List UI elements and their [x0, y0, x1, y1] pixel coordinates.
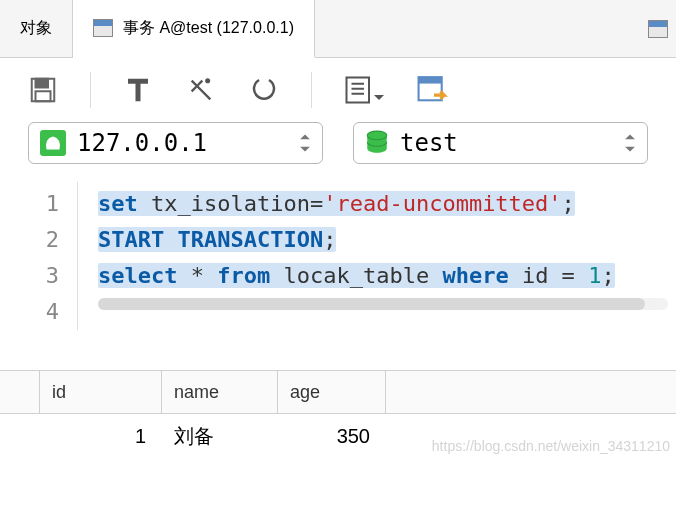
tab-bar: 对象 事务 A@test (127.0.0.1) — [0, 0, 676, 58]
code-line: START TRANSACTION; — [98, 222, 668, 258]
svg-point-3 — [206, 79, 209, 82]
export-button[interactable] — [416, 74, 452, 106]
row-handle-header — [0, 371, 40, 413]
connection-row: 127.0.0.1 test — [0, 122, 676, 182]
code-line: set tx_isolation='read-uncommitted'; — [98, 186, 668, 222]
line-number: 4 — [0, 294, 59, 330]
table-icon — [648, 20, 668, 38]
toolbar — [0, 58, 676, 122]
table-icon — [93, 19, 113, 37]
watermark: https://blog.csdn.net/weixin_34311210 — [432, 438, 670, 454]
database-dropdown[interactable]: test — [353, 122, 648, 164]
horizontal-scrollbar[interactable] — [98, 298, 668, 310]
column-header-age[interactable]: age — [278, 371, 386, 413]
results-panel: id name age 1 刘备 350 https://blog.csdn.n… — [0, 370, 676, 458]
column-header-empty — [386, 371, 676, 413]
database-icon — [364, 130, 390, 156]
line-number: 2 — [0, 222, 59, 258]
divider — [90, 72, 91, 108]
svg-rect-4 — [347, 78, 370, 103]
column-header-name[interactable]: name — [162, 371, 278, 413]
code-area[interactable]: set tx_isolation='read-uncommitted'; STA… — [78, 182, 676, 330]
results-header: id name age — [0, 370, 676, 414]
navicat-icon — [39, 130, 67, 156]
cell-name[interactable]: 刘备 — [162, 423, 278, 450]
svg-rect-1 — [36, 79, 49, 88]
tab-objects[interactable]: 对象 — [0, 0, 73, 57]
explain-button[interactable] — [344, 74, 384, 106]
line-number: 3 — [0, 258, 59, 294]
tab-query-active[interactable]: 事务 A@test (127.0.0.1) — [73, 0, 315, 58]
chevron-updown-icon — [623, 132, 637, 154]
line-gutter: 1 2 3 4 — [0, 182, 78, 330]
host-value: 127.0.0.1 — [77, 129, 288, 157]
build-button[interactable] — [123, 75, 153, 105]
scrollbar-thumb[interactable] — [98, 298, 645, 310]
svg-rect-2 — [36, 91, 51, 101]
database-value: test — [400, 129, 613, 157]
tab-label: 事务 A@test (127.0.0.1) — [123, 18, 294, 39]
divider — [311, 72, 312, 108]
host-dropdown[interactable]: 127.0.0.1 — [28, 122, 323, 164]
beautify-button[interactable] — [185, 74, 217, 106]
save-button[interactable] — [28, 75, 58, 105]
tab-label: 对象 — [20, 18, 52, 39]
line-number: 1 — [0, 186, 59, 222]
sql-editor[interactable]: 1 2 3 4 set tx_isolation='read-uncommitt… — [0, 182, 676, 330]
code-line: select * from locak_table where id = 1; — [98, 258, 668, 294]
code-wrap-button[interactable] — [249, 75, 279, 105]
row-handle[interactable] — [0, 414, 40, 458]
cell-age[interactable]: 350 — [278, 425, 386, 448]
table-row[interactable]: 1 刘备 350 https://blog.csdn.net/weixin_34… — [0, 414, 676, 458]
cell-id[interactable]: 1 — [40, 425, 162, 448]
tab-overflow — [315, 0, 676, 57]
chevron-updown-icon — [298, 132, 312, 154]
column-header-id[interactable]: id — [40, 371, 162, 413]
